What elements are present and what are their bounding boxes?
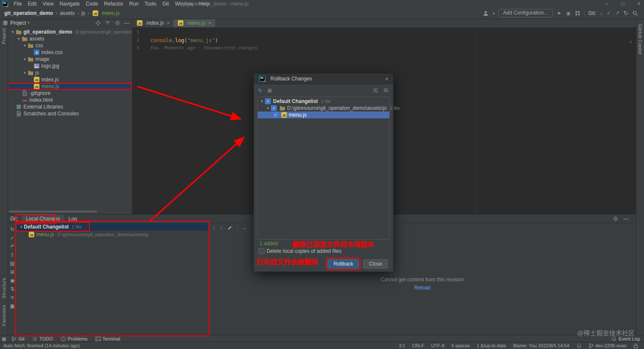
menu-navigate[interactable]: Navigate <box>57 0 83 8</box>
chevron-down-icon[interactable]: ▾ <box>259 99 264 103</box>
tool-tab-todo[interactable]: TODO <box>28 335 57 342</box>
inspections-ok-icon[interactable]: ✓ <box>630 39 632 45</box>
tool-strip-github-copilot[interactable]: GitHub Copilot <box>638 24 643 54</box>
details-icon[interactable]: ▣ <box>10 303 14 309</box>
file-encoding[interactable]: UTF-8 <box>431 343 444 348</box>
breadcrumb-assets[interactable]: assets <box>60 10 75 16</box>
chevron-down-icon[interactable]: ▾ <box>28 21 29 25</box>
dialog-close-icon[interactable]: × <box>384 76 390 82</box>
tree-item-project-root[interactable]: ▾ git_operation_demo D:\gitresource\git_… <box>8 29 132 35</box>
tab-index-js[interactable]: JS index.js × <box>132 19 173 27</box>
rollback-button[interactable]: Rollback <box>328 259 359 269</box>
menu-edit[interactable]: Edit <box>25 0 40 8</box>
chevron-down-icon[interactable]: ▾ <box>22 43 27 48</box>
cursor-position[interactable]: 3:1 <box>399 343 405 348</box>
close-button[interactable]: × <box>636 0 641 8</box>
menu-code[interactable]: Code <box>83 0 101 8</box>
changed-file-row[interactable]: JS menu.js D:\gitresource\git_operation_… <box>17 231 208 238</box>
git-history-icon[interactable]: ↻ <box>624 10 628 16</box>
indent-style[interactable]: 4 spaces <box>451 343 470 348</box>
tab-local-changes[interactable]: Local Changes <box>22 215 64 223</box>
maximize-button[interactable]: □ <box>620 0 625 8</box>
changelist-checkbox[interactable] <box>265 98 271 104</box>
tree-item-logo-jpg[interactable]: ▸ logo.jpg <box>8 63 132 69</box>
tree-item-image[interactable]: ▾ image <box>8 56 132 63</box>
menu-refactor[interactable]: Refactor <box>101 0 126 8</box>
chevron-down-icon[interactable]: ▾ <box>10 30 15 34</box>
tool-windows-icon[interactable]: ▦ <box>0 336 8 342</box>
tree-item-assets[interactable]: ▾ assets <box>8 35 132 42</box>
chevron-down-icon[interactable]: ▾ <box>265 106 270 110</box>
changelist-icon[interactable]: ▤ <box>10 260 14 266</box>
lock-icon[interactable] <box>633 343 638 349</box>
blame-info[interactable]: Blame: You 2022/8/5 14:54 <box>513 343 569 348</box>
group-by-icon[interactable]: ⊞ <box>267 88 272 94</box>
user-icon[interactable] <box>483 10 489 17</box>
sync-status[interactable]: 1 Δ/up-to-date <box>477 343 506 348</box>
rollback-icon[interactable]: ↶ <box>10 243 14 249</box>
tool-windows-icon[interactable]: ▦ <box>1 20 9 26</box>
chevron-down-icon[interactable]: ▾ <box>19 225 24 229</box>
tree-item-external-libraries[interactable]: ▸ External Libraries <box>8 103 132 110</box>
collapse-all-icon[interactable]: ≡ <box>11 295 14 300</box>
settings-gear-icon[interactable] <box>115 20 121 26</box>
shelve-icon[interactable]: ⇧ <box>10 252 14 258</box>
tool-tab-problems[interactable]: Problems <box>57 335 91 342</box>
expand-all-icon[interactable]: ⇅ <box>10 286 14 292</box>
dialog-file-row[interactable]: JS menu.js <box>258 112 389 118</box>
close-tab-icon[interactable]: × <box>208 20 211 26</box>
dialog-directory-row[interactable]: ▾ D:\gitresource\git_operation_demo\asse… <box>258 105 389 112</box>
chevron-down-icon[interactable]: ▾ <box>16 37 21 41</box>
line-separator[interactable]: CRLF <box>412 343 424 348</box>
refresh-changes-icon[interactable]: ↻ <box>258 88 262 94</box>
menu-view[interactable]: View <box>40 0 57 8</box>
close-tab-icon[interactable]: × <box>167 20 170 26</box>
reload-link[interactable]: Reload <box>208 285 636 291</box>
view-options-icon[interactable] <box>105 20 111 26</box>
refresh-icon[interactable]: ↻ <box>10 226 14 232</box>
breadcrumb-project[interactable]: git_operation_demo <box>4 10 53 16</box>
tree-item-scratches[interactable]: ▸ Scratches and Consoles <box>8 110 132 117</box>
tool-strip-favorites[interactable]: Favorites <box>1 305 6 326</box>
locate-file-icon[interactable] <box>95 20 101 26</box>
file-checkbox[interactable] <box>273 112 279 118</box>
git-push-icon[interactable]: ↗ <box>615 10 620 16</box>
collapse-all-icon[interactable] <box>383 88 389 94</box>
notifications-icon[interactable] <box>576 343 582 349</box>
settings-gear-icon[interactable] <box>612 216 618 222</box>
tool-tab-git[interactable]: Git <box>8 335 28 342</box>
minimize-button[interactable]: – <box>604 0 609 8</box>
changelist-row[interactable]: ▾ Default Changelist 1 file <box>17 223 208 231</box>
hide-panel-icon[interactable]: — <box>124 20 129 26</box>
run-icon[interactable] <box>557 11 562 16</box>
delete-local-copies-option[interactable]: Delete local copies of added files <box>258 248 341 254</box>
git-commit-icon[interactable]: ✓ <box>607 10 611 16</box>
search-everywhere-icon[interactable] <box>632 10 638 16</box>
tree-item-js[interactable]: ▾ js <box>8 69 132 76</box>
delete-local-copies-checkbox[interactable] <box>259 248 264 254</box>
breadcrumb-menu-js[interactable]: menu.js <box>102 10 120 16</box>
editor-body[interactable]: ✓ 1 2 console.log("menu.js") 3 You, Mome… <box>132 28 636 52</box>
edit-source-icon[interactable] <box>227 225 233 231</box>
tool-tab-terminal[interactable]: Terminal <box>92 335 124 342</box>
menu-file[interactable]: File <box>11 0 25 8</box>
previous-change-icon[interactable]: ↑ <box>213 225 215 231</box>
tab-log[interactable]: Log <box>64 215 81 223</box>
chevron-down-icon[interactable]: ▾ <box>22 57 27 61</box>
git-update-icon[interactable]: ↓ <box>600 10 603 16</box>
coverage-icon[interactable] <box>575 11 580 16</box>
group-by-icon[interactable]: ⊞ <box>10 269 14 275</box>
hide-panel-icon[interactable]: — <box>624 216 629 222</box>
expand-all-icon[interactable] <box>373 88 379 94</box>
tree-item-index-css[interactable]: ▸ # index.css <box>8 49 132 56</box>
tree-item-menu-js[interactable]: ▸ JS menu.js <box>8 83 132 90</box>
tree-item-gitignore[interactable]: ▸ .gitignore <box>8 90 132 97</box>
project-panel-title[interactable]: Project <box>10 20 26 26</box>
next-change-icon[interactable]: ↓ <box>220 225 222 231</box>
event-log-button[interactable]: Event Log <box>611 336 644 342</box>
tree-item-index-js[interactable]: ▸ JS index.js <box>8 76 132 83</box>
tree-item-index-html[interactable]: ▸ </> index.html <box>8 97 132 103</box>
debug-icon[interactable] <box>566 11 571 16</box>
add-configuration-button[interactable]: Add Configuration... <box>498 9 553 17</box>
menu-tools[interactable]: Tools <box>141 0 159 8</box>
